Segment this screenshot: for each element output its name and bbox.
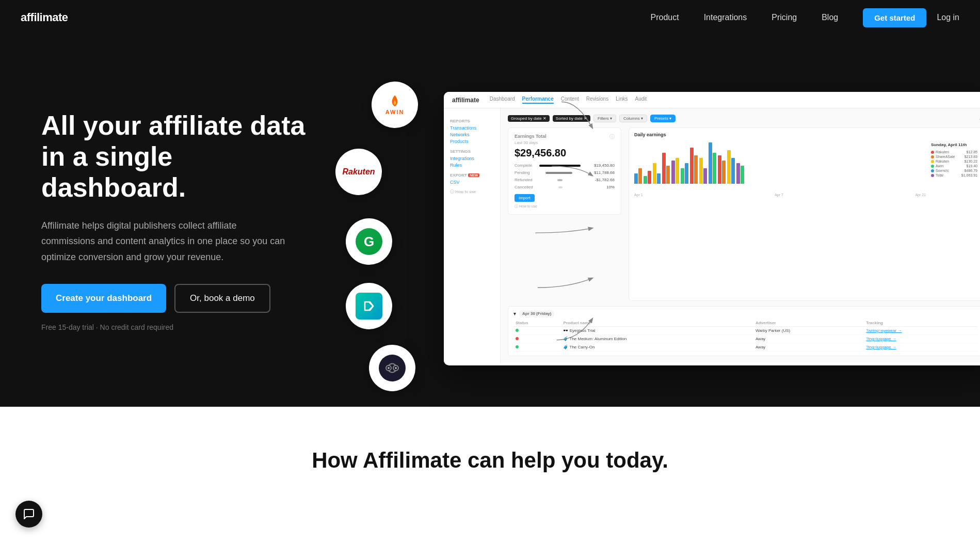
legend-awin: Awin$19.40: [931, 164, 977, 168]
nav-product[interactable]: Product: [651, 13, 679, 22]
sidebar-products[interactable]: Products: [450, 139, 494, 144]
col-advertiser: Advertiser: [753, 320, 864, 327]
advertiser-away-2: Away: [753, 343, 864, 352]
partner-rakuten: Rakuten: [335, 149, 382, 195]
filter-grouped[interactable]: Grouped by date ✕: [508, 115, 550, 122]
chart-label-apr1: Apr 1: [634, 193, 643, 197]
partner-grammarly: G: [346, 218, 392, 265]
nav-integrations[interactable]: Integrations: [704, 13, 747, 22]
status-dot-green: [516, 329, 519, 332]
tracking-link-2[interactable]: ?lng=luggage →: [866, 337, 896, 341]
hero-description: Affilimate helps digital publishers coll…: [41, 218, 289, 265]
earnings-panel: Earnings Total ⓘ Last 30 days $29,456.80…: [508, 127, 621, 301]
hero-buttons: Create your dashboard Or, book a demo: [41, 284, 310, 313]
chart-legend: Sunday, April 11th Rakuten$12.85 ShareAS…: [931, 140, 977, 197]
table-row: 🧳 The Medium: Aluminum Edition Away ?lng…: [513, 335, 977, 343]
nav-blog[interactable]: Blog: [822, 13, 838, 22]
table-row: 🕶️ Eyeglass Trial Warby Parker (US) ?air…: [513, 327, 977, 335]
dash-tab-dashboard[interactable]: Dashboard: [490, 96, 515, 104]
book-demo-button[interactable]: Or, book a demo: [174, 284, 270, 313]
brand-logo[interactable]: affilimate: [21, 11, 68, 24]
svg-point-3: [395, 367, 397, 369]
table-row: 🧳 The Carry-On Away ?lng=luggage →: [513, 343, 977, 352]
transactions-date-icon: ▾: [513, 311, 516, 316]
sidebar-integrations[interactable]: Integrations: [450, 156, 494, 161]
tracking-link-1[interactable]: ?airlng=eyewear →: [866, 328, 902, 333]
dashboard-mockup: affilimate Dashboard Performance Content…: [444, 92, 980, 365]
dashboard-body: REPORTS Transactions Networks Products S…: [444, 108, 980, 362]
sidebar-rules[interactable]: Rules: [450, 163, 494, 168]
earnings-row-cancelled: Cancelled 10%: [515, 185, 615, 189]
product-medium: 🧳 The Medium: Aluminum Edition: [561, 335, 753, 343]
transactions-date: Apr 30 (Friday): [519, 311, 554, 316]
dash-logo: affilimate: [452, 97, 479, 104]
earnings-info-icon: ⓘ: [609, 133, 615, 140]
product-eyeglass: 🕶️ Eyeglass Trial: [561, 327, 753, 335]
dash-tab-links[interactable]: Links: [616, 96, 628, 104]
sidebar-networks[interactable]: Networks: [450, 132, 494, 137]
dashboard-filters: Grouped by date ✕ Sorted by date ✕ Filte…: [508, 115, 980, 122]
status-dot-red: [516, 337, 519, 340]
partner-awin: AWIN: [372, 82, 418, 128]
import-button[interactable]: Import: [515, 194, 535, 202]
dashboard-sidebar: REPORTS Transactions Networks Products S…: [444, 108, 501, 362]
tooltip-date: Sunday, April 11th: [931, 142, 977, 147]
get-started-button[interactable]: Get started: [863, 8, 926, 27]
dashboard-topbar: affilimate Dashboard Performance Content…: [444, 92, 980, 108]
legend-sovrn: Sovrn//c$486.79: [931, 169, 977, 172]
filter-presets[interactable]: Presets ▾: [650, 115, 676, 122]
earnings-card: Earnings Total ⓘ Last 30 days $29,456.80…: [508, 127, 621, 215]
hero-title: All your affiliate data in a single dash…: [41, 110, 310, 203]
sidebar-settings-label: SETTINGS: [450, 149, 494, 154]
chart-label-apr7: Apr 7: [775, 193, 783, 197]
earnings-amount: $29,456.80: [515, 147, 615, 159]
login-button[interactable]: Log in: [937, 13, 959, 22]
hero-note: Free 15-day trial · No credit card requi…: [41, 323, 310, 331]
legend-total: Total$1,063.91: [931, 173, 977, 177]
sidebar-csv[interactable]: CSV: [450, 180, 494, 185]
dash-tab-revisions[interactable]: Revisions: [586, 96, 608, 104]
bar-chart: [634, 140, 926, 192]
dashboard-main: Grouped by date ✕ Sorted by date ✕ Filte…: [501, 108, 980, 362]
dash-tab-content[interactable]: Content: [561, 96, 579, 104]
tracking-link-3[interactable]: ?lng=luggage →: [866, 345, 896, 349]
advertiser-warby: Warby Parker (US): [753, 327, 864, 335]
hero-content: All your affiliate data in a single dash…: [41, 110, 310, 331]
partner-rewardful: [346, 283, 392, 329]
partner-affilimate-icon: [369, 345, 415, 391]
legend-rakuten2: Rakuten$130.22: [931, 159, 977, 163]
how-section: How Affilimate can help you today.: [0, 407, 980, 514]
dashboard-nav: Dashboard Performance Content Revisions …: [490, 96, 647, 104]
transactions-section: ▾ Apr 30 (Friday) Status Product name Ad…: [508, 306, 980, 356]
filter-filters[interactable]: Filters ▾: [593, 115, 616, 122]
sidebar-transactions[interactable]: Transactions: [450, 125, 494, 131]
sidebar-how-to[interactable]: ⓘ How to use: [450, 189, 494, 195]
earnings-period: Last 30 days: [515, 140, 615, 145]
status-dot-green-2: [516, 345, 519, 348]
daily-earnings-panel: Daily earnings: [629, 127, 980, 301]
hero-section: All your affiliate data in a single dash…: [0, 35, 980, 407]
earnings-row-refunded: Refunded -$1,782.66: [515, 178, 615, 182]
svg-point-2: [388, 367, 390, 369]
filter-columns[interactable]: Columns ▾: [619, 115, 647, 122]
dashboard-content: Earnings Total ⓘ Last 30 days $29,456.80…: [508, 127, 980, 301]
chart-label-apr21: Apr 21: [915, 193, 926, 197]
daily-earnings-card: Daily earnings: [629, 127, 980, 301]
earnings-row-complete: Complete $19,450.80: [515, 163, 615, 168]
sidebar-reports-label: REPORTS: [450, 119, 494, 123]
daily-earnings-title: Daily earnings: [634, 132, 977, 137]
legend-rakuten: Rakuten$12.85: [931, 150, 977, 154]
col-product: Product name: [561, 320, 753, 327]
nav-pricing[interactable]: Pricing: [772, 13, 797, 22]
how-title: How Affilimate can help you today.: [21, 448, 959, 473]
create-dashboard-button[interactable]: Create your dashboard: [41, 284, 166, 313]
hero-illustration: AWIN Rakuten G: [330, 66, 959, 376]
dash-tab-audit[interactable]: Audit: [635, 96, 647, 104]
col-status: Status: [513, 320, 561, 327]
transactions-header: ▾ Apr 30 (Friday): [513, 311, 977, 316]
how-to-use-link[interactable]: ⓘ How to use: [515, 204, 615, 209]
legend-shareasale: ShareASale$213.83: [931, 155, 977, 158]
dash-tab-performance[interactable]: Performance: [522, 96, 554, 104]
navbar: affilimate Product Integrations Pricing …: [0, 0, 980, 35]
filter-sorted[interactable]: Sorted by date ✕: [553, 115, 590, 122]
